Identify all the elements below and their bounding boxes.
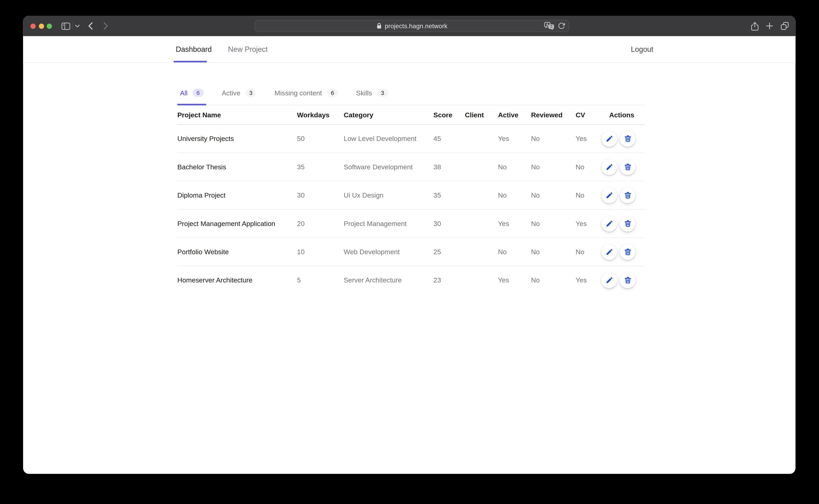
delete-trash-icon: [624, 135, 632, 143]
column-header-reviewed: Reviewed: [531, 111, 575, 119]
cell-workdays: 10: [297, 248, 344, 256]
row-actions: [601, 244, 645, 260]
cell-active: No: [498, 248, 531, 256]
table-row: Homeserver Architecture 5 Server Archite…: [177, 266, 645, 294]
table-header-row: Project NameWorkdaysCategoryScoreClientA…: [177, 105, 645, 125]
column-header-project-name: Project Name: [177, 111, 297, 119]
active-nav-underline: [174, 61, 207, 62]
forward-icon[interactable]: [101, 22, 110, 30]
table-row: Portfolio Website 10 Web Development 25 …: [177, 238, 645, 266]
nav-item-new-project[interactable]: New Project: [228, 36, 268, 62]
delete-trash-icon: [624, 276, 632, 284]
cell-score: 35: [433, 191, 465, 199]
row-actions: [601, 187, 645, 203]
delete-trash-icon: [624, 191, 632, 199]
cell-category: Server Architecture: [344, 276, 433, 284]
window-controls: [30, 23, 52, 29]
delete-button[interactable]: [620, 244, 636, 260]
cell-workdays: 50: [297, 135, 344, 143]
column-header-score: Score: [433, 111, 465, 119]
cell-category: Project Management: [344, 220, 433, 227]
sidebar-icon[interactable]: [61, 23, 70, 30]
delete-trash-icon: [624, 220, 632, 227]
edit-pencil-icon: [605, 163, 613, 171]
nav-item-dashboard[interactable]: Dashboard: [176, 36, 212, 62]
svg-text:A: A: [546, 23, 549, 27]
table-row: Bachelor Thesis 35 Software Development …: [177, 153, 645, 181]
tab-overview-icon[interactable]: [780, 22, 789, 30]
cell-category: Low Level Development: [344, 135, 433, 143]
delete-button[interactable]: [620, 187, 636, 203]
projects-table: University Projects 50 Low Level Develop…: [177, 125, 645, 294]
edit-pencil-icon: [605, 276, 613, 284]
column-header-active: Active: [498, 111, 531, 119]
cell-project-name: Homeserver Architecture: [177, 276, 297, 284]
delete-button[interactable]: [620, 159, 636, 175]
cell-workdays: 20: [297, 220, 344, 227]
cell-project-name: Diploma Project: [177, 191, 297, 199]
edit-button[interactable]: [601, 244, 617, 260]
edit-button[interactable]: [601, 272, 617, 288]
edit-button[interactable]: [601, 187, 617, 203]
tab-all[interactable]: All 6: [177, 85, 206, 101]
row-actions: [601, 159, 645, 175]
column-header-category: Category: [344, 111, 433, 119]
cell-category: Software Development: [344, 163, 433, 171]
dashboard-content: All 6 Active 3 Missing content 6 Skills …: [177, 85, 645, 294]
reload-icon[interactable]: [558, 22, 565, 30]
cell-reviewed: No: [531, 135, 575, 143]
row-actions: [601, 131, 645, 147]
delete-button[interactable]: [620, 216, 636, 231]
browser-toolbar: projects.hagn.network A: [23, 16, 795, 36]
translate-icon[interactable]: A: [544, 22, 554, 30]
cell-active: No: [498, 163, 531, 171]
delete-button[interactable]: [620, 272, 636, 288]
cell-category: Ui Ux Design: [344, 191, 433, 199]
new-tab-icon[interactable]: [765, 22, 774, 30]
cell-reviewed: No: [531, 276, 575, 284]
cell-reviewed: No: [531, 163, 575, 171]
cell-score: 23: [433, 276, 465, 284]
edit-pencil-icon: [605, 135, 613, 143]
edit-button[interactable]: [601, 131, 617, 147]
count-badge: 3: [377, 89, 388, 97]
close-icon[interactable]: [30, 23, 36, 29]
tab-skills[interactable]: Skills 3: [353, 85, 390, 101]
column-header-cv: CV: [575, 111, 609, 119]
table-row: Project Management Application 20 Projec…: [177, 210, 645, 238]
delete-button[interactable]: [620, 131, 636, 147]
share-icon[interactable]: [750, 22, 759, 31]
cell-category: Web Development: [344, 248, 433, 256]
tab-missing-content[interactable]: Missing content 6: [272, 85, 340, 101]
cell-project-name: Project Management Application: [177, 220, 297, 227]
chevron-down-icon[interactable]: [75, 25, 80, 28]
back-icon[interactable]: [87, 22, 95, 30]
lock-icon: [376, 23, 382, 29]
delete-trash-icon: [624, 248, 632, 256]
table-row: University Projects 50 Low Level Develop…: [177, 125, 645, 153]
cell-project-name: Portfolio Website: [177, 248, 297, 256]
zoom-icon[interactable]: [47, 23, 52, 29]
edit-button[interactable]: [601, 216, 617, 231]
column-header-workdays: Workdays: [297, 111, 344, 119]
tab-active[interactable]: Active 3: [219, 85, 259, 101]
site-header: Dashboard New Project Logout: [23, 36, 795, 63]
cell-workdays: 5: [297, 276, 344, 284]
screen: projects.hagn.network A: [0, 0, 819, 504]
filter-tabs: All 6 Active 3 Missing content 6 Skills …: [177, 85, 645, 105]
edit-pencil-icon: [605, 191, 613, 199]
count-badge: 3: [246, 89, 256, 97]
cell-score: 45: [433, 135, 465, 143]
cell-project-name: University Projects: [177, 135, 297, 143]
edit-button[interactable]: [601, 159, 617, 175]
logout-button[interactable]: Logout: [631, 45, 653, 54]
count-badge: 6: [193, 89, 203, 97]
cell-workdays: 30: [297, 191, 344, 199]
row-actions: [601, 216, 645, 231]
cell-active: Yes: [498, 220, 531, 227]
cell-score: 30: [433, 220, 465, 227]
column-header-actions: Actions: [609, 111, 645, 119]
edit-pencil-icon: [605, 248, 613, 256]
minimize-icon[interactable]: [39, 23, 44, 29]
address-bar[interactable]: projects.hagn.network A: [255, 20, 569, 32]
